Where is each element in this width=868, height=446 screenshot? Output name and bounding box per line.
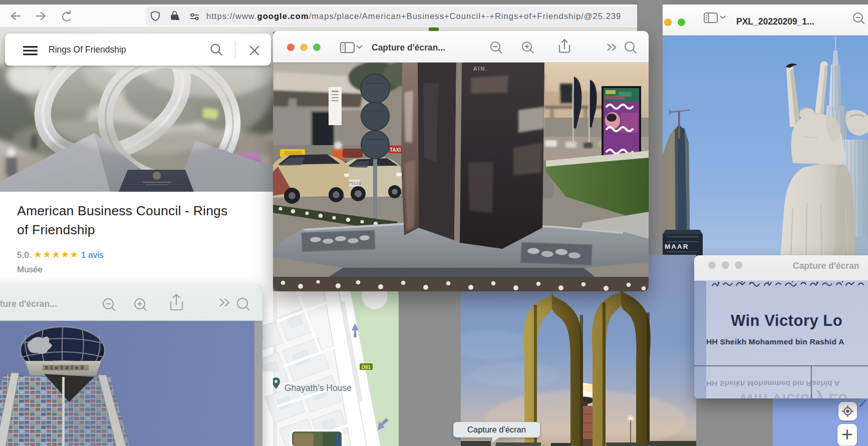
svg-text:MAAR: MAAR — [665, 243, 689, 250]
svg-text:75131: 75131 — [349, 181, 361, 186]
svg-text:AIN.: AIN. — [473, 66, 488, 72]
svg-text:!: ! — [177, 17, 178, 20]
svg-text:D81: D81 — [362, 364, 371, 370]
svg-text:TAXI: TAXI — [390, 147, 401, 153]
svg-text:Ghayath’s House: Ghayath’s House — [284, 383, 352, 393]
